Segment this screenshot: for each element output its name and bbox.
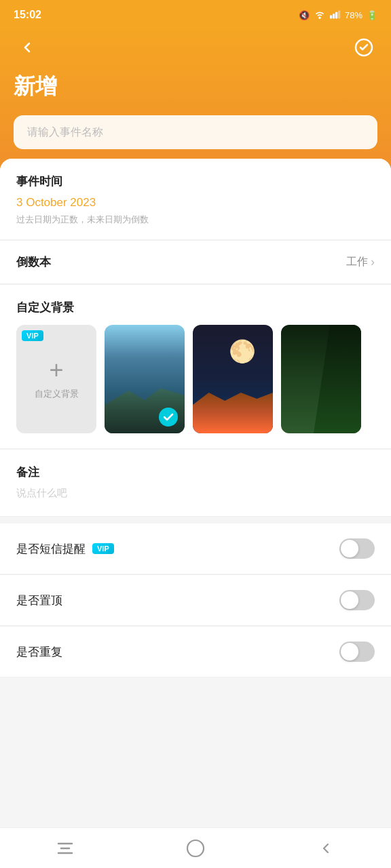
- repeat-toggle-row: 是否重复: [0, 627, 391, 677]
- notes-label: 备注: [16, 465, 375, 480]
- status-bar: 15:02 🔇 78% 🔋: [0, 0, 391, 27]
- background-thumbnails: VIP + 自定义背景: [16, 325, 375, 433]
- svg-rect-3: [338, 10, 340, 18]
- notes-input[interactable]: 说点什么吧: [16, 487, 375, 500]
- chevron-right-icon: ›: [371, 255, 375, 269]
- date-value[interactable]: 3 October 2023: [16, 196, 375, 210]
- page-title: 新增: [14, 72, 377, 102]
- repeat-toggle-label: 是否重复: [16, 644, 62, 660]
- repeat-toggle-switch[interactable]: [339, 642, 375, 662]
- sms-toggle-label: 是否短信提醒: [16, 541, 86, 557]
- status-icons: 🔇 78% 🔋: [299, 9, 377, 21]
- svg-rect-1: [333, 14, 335, 18]
- date-hint: 过去日期为正数，未来日期为倒数: [16, 214, 375, 226]
- pin-toggle-switch[interactable]: [339, 590, 375, 610]
- svg-point-8: [187, 840, 204, 856]
- background-card: 自定义背景 VIP + 自定义背景: [0, 285, 391, 449]
- background-custom-thumb[interactable]: VIP + 自定义背景: [16, 325, 96, 433]
- wifi-icon: [314, 9, 326, 21]
- nav-home-button[interactable]: [175, 835, 216, 862]
- background-rocks-thumb[interactable]: [105, 325, 185, 433]
- svg-rect-0: [330, 15, 332, 18]
- sms-toggle-row: 是否短信提醒 VIP: [0, 524, 391, 574]
- nav-menu-button[interactable]: [45, 835, 86, 862]
- confirm-button[interactable]: [350, 34, 377, 61]
- pin-toggle-left: 是否置顶: [16, 593, 62, 608]
- nav-back-button[interactable]: [305, 835, 346, 862]
- cards-container: 事件时间 3 October 2023 过去日期为正数，未来日期为倒数 倒数本 …: [0, 159, 391, 517]
- gap-block: [0, 517, 391, 524]
- notes-card: 备注 说点什么吧: [0, 450, 391, 517]
- status-time: 15:02: [14, 9, 41, 21]
- sms-vip-badge: VIP: [92, 543, 114, 554]
- event-time-label: 事件时间: [16, 174, 375, 189]
- battery-text: 78%: [345, 10, 362, 20]
- header-area: 新增: [0, 27, 391, 170]
- bottom-spacer: [0, 677, 391, 732]
- background-label: 自定义背景: [16, 300, 375, 315]
- vip-badge-custom: VIP: [22, 330, 43, 341]
- repeat-toggle-left: 是否重复: [16, 644, 62, 660]
- header-nav: [14, 34, 377, 61]
- event-time-card: 事件时间 3 October 2023 过去日期为正数，未来日期为倒数: [0, 159, 391, 240]
- notebook-label: 倒数本: [16, 254, 51, 270]
- back-button[interactable]: [14, 34, 41, 61]
- signal-icon: [330, 9, 341, 21]
- mute-icon: 🔇: [299, 10, 310, 20]
- notebook-right: 工作 ›: [346, 255, 375, 269]
- sms-toggle-switch[interactable]: [339, 538, 375, 559]
- custom-bg-label: 自定义背景: [35, 388, 79, 400]
- svg-rect-2: [335, 12, 337, 18]
- pin-toggle-label: 是否置顶: [16, 593, 62, 608]
- battery-icon: 🔋: [367, 10, 377, 20]
- plus-icon: +: [49, 358, 63, 382]
- pin-toggle-row: 是否置顶: [0, 575, 391, 626]
- background-forest-thumb[interactable]: [281, 325, 361, 433]
- event-name-input[interactable]: [14, 115, 377, 149]
- notebook-row[interactable]: 倒数本 工作 ›: [0, 241, 391, 284]
- background-moon-thumb[interactable]: [193, 325, 273, 433]
- sms-toggle-left: 是否短信提醒 VIP: [16, 541, 114, 557]
- bottom-nav: [0, 827, 391, 868]
- toggles-container: 是否短信提醒 VIP 是否置顶 是否重复: [0, 524, 391, 677]
- selected-check-rocks: [159, 408, 178, 427]
- notebook-value: 工作: [346, 255, 368, 269]
